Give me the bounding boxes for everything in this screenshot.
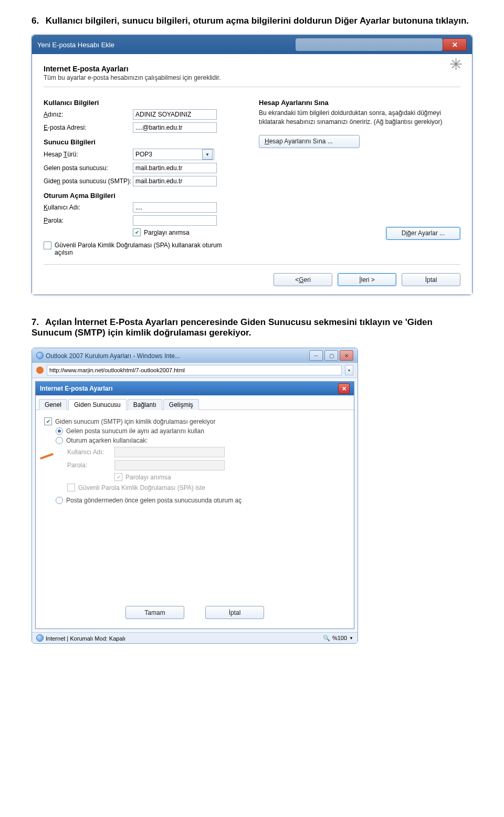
account-type-label: Hesap Türü: [44,151,133,158]
password-label: Parola: [44,217,133,224]
test-account-button[interactable]: Hesap Ayarlarını Sına ... [259,135,360,148]
step6-number: 6. [32,16,43,26]
ok-button[interactable]: Tamam [125,606,184,619]
remember-password-label: Parolayı anımsa [144,229,190,236]
step6-text: Kullanıcı bilgileri, sunucu bilgileri, o… [46,16,469,26]
server-info-heading: Sunucu Bilgileri [44,138,245,146]
step7-text: Açılan İnternet E-Posta Ayarları pencere… [32,317,433,338]
status-text: Internet | Korumalı Mod: Kapalı [46,635,125,642]
next-button[interactable]: İleri > [338,273,396,286]
dialog-password-label: Parola: [67,462,114,469]
smtp-auth-label: Giden sunucum (SMTP) için kimlik doğrula… [55,418,215,425]
chevron-down-icon: ▼ [349,636,353,641]
zoom-control[interactable]: 🔍 %100 ▼ [323,635,353,642]
login-before-send-radio[interactable] [56,497,63,504]
outgoing-input[interactable] [133,176,217,186]
cancel-button[interactable]: İptal [402,273,460,286]
divider [44,264,460,265]
dialog-tabs: Genel Giden Sunucusu Bağlantı Gelişmiş [36,395,354,410]
close-button[interactable]: ✕ [340,350,353,361]
left-column: Kullanıcı Bilgileri Adınız: E-posta Adre… [44,93,245,259]
smtp-auth-checkbox[interactable]: ✔ [44,417,52,425]
dialog-remember-label: Parolayı anımsa [125,474,171,481]
url-field[interactable]: http://www.marjin.net/outlookhtml/7-outl… [47,365,342,375]
same-settings-radio[interactable] [56,427,63,435]
more-settings-button[interactable]: Diğer Ayarlar ... [386,227,460,240]
outgoing-label: Giden posta sunucusu (SMTP): [44,177,133,185]
section-title: Internet E-posta Ayarları [44,65,460,73]
name-input[interactable] [133,109,217,120]
test-heading: Hesap Ayarlarını Sına [259,99,460,107]
ie-icon [36,352,44,359]
step7-number: 7. [32,317,43,328]
dialog-cancel-button[interactable]: İptal [205,606,264,619]
dialog-remember-checkbox: ✔ [114,473,122,481]
ie-titlebar[interactable]: Outlook 2007 Kurulum Ayarları - Windows … [32,348,358,363]
ie-address-bar: http://www.marjin.net/outlookhtml/7-outl… [32,363,358,378]
username-input[interactable] [133,202,217,213]
ie-title-text: Outlook 2007 Kurulum Ayarları - Windows … [46,352,180,360]
close-button[interactable]: ✕ [443,38,467,51]
dialog-password-input [114,460,225,470]
back-button[interactable]: < Geri [274,273,332,286]
chevron-down-icon[interactable]: ▼ [202,149,213,160]
zoom-value: %100 [332,635,347,641]
ie-status-bar: Internet | Korumalı Mod: Kapalı 🔍 %100 ▼ [32,632,358,643]
highlight-arrow-icon [40,453,54,460]
step6: 6. Kullanıcı bilgileri, sunucu bilgileri… [32,16,472,26]
wizard-footer: < Geri İleri > İptal [44,273,460,286]
test-description: Bu ekrandaki tüm bilgileri doldurduktan … [259,109,460,127]
password-input[interactable] [133,215,217,226]
section-subtitle: Tüm bu ayarlar e-posta hesabınızın çalış… [44,74,460,81]
tab-connection[interactable]: Bağlantı [128,399,162,410]
tab-outgoing[interactable]: Giden Sunucusu [68,399,127,410]
cursor-click-icon: ✳ [449,55,463,74]
right-column: Hesap Ayarlarını Sına Bu ekrandaki tüm b… [259,93,460,259]
login-before-send-label: Posta göndermeden önce gelen posta sunuc… [66,497,242,504]
step7: 7. Açılan İnternet E-Posta Ayarları penc… [32,317,472,338]
url-dropdown-button[interactable]: ▾ [345,365,353,375]
user-info-heading: Kullanıcı Bilgileri [44,99,245,107]
dialog-username-label: Kullanıcı Adı: [67,448,114,456]
divider [44,87,460,87]
maximize-button[interactable]: ▢ [324,350,338,361]
zoom-icon: 🔍 [323,635,330,642]
incoming-label: Gelen posta sunucusu: [44,164,133,172]
use-login-label: Oturum açarken kullanılacak: [66,437,148,444]
account-type-value: POP3 [135,151,152,158]
remember-password-checkbox[interactable]: ✔ [133,228,141,236]
url-text: http://www.marjin.net/outlookhtml/7-outl… [49,367,185,373]
settings-dialog: Internet E-posta Ayarları ✕ Genel Giden … [35,381,354,629]
background-tab-strip [296,38,443,51]
outlook-wizard-window: Yeni E-posta Hesabı Ekle ✕ ✳ Internet E-… [32,35,472,295]
dialog-username-input [114,447,225,457]
dialog-footer: Tamam İptal [44,595,345,624]
dialog-title: Internet E-posta Ayarları [40,385,112,392]
tab-advanced[interactable]: Gelişmiş [163,399,199,410]
tab-general[interactable]: Genel [39,399,67,410]
login-info-heading: Oturum Açma Bilgileri [44,192,245,200]
email-input[interactable] [133,122,217,133]
dialog-close-button[interactable]: ✕ [338,383,350,394]
incoming-input[interactable] [133,163,217,173]
email-label: E-posta Adresi: [44,124,133,131]
window-title: Yeni E-posta Hesabı Ekle [37,41,114,49]
spa-checkbox[interactable] [44,242,51,249]
name-label: Adınız: [44,111,133,118]
favicon-icon [36,366,44,374]
spa-label: Güvenli Parola Kimlik Doğrulaması (SPA) … [55,242,223,256]
same-settings-label: Gelen posta sunucum ile aynı ad ayarları… [66,427,204,435]
dialog-spa-label: Güvenli Parola Kimlik Doğrulaması (SPA) … [78,484,205,491]
ie-window: Outlook 2007 Kurulum Ayarları - Windows … [32,348,358,644]
dialog-spa-checkbox [67,484,75,491]
globe-icon [36,634,44,642]
use-login-radio[interactable] [56,437,63,444]
username-label: Kullanıcı Adı: [44,204,133,211]
dialog-titlebar[interactable]: Internet E-posta Ayarları ✕ [36,382,354,395]
window-titlebar[interactable]: Yeni E-posta Hesabı Ekle ✕ [32,35,472,54]
minimize-button[interactable]: ─ [309,350,323,361]
account-type-select[interactable]: POP3 ▼ [133,149,214,160]
